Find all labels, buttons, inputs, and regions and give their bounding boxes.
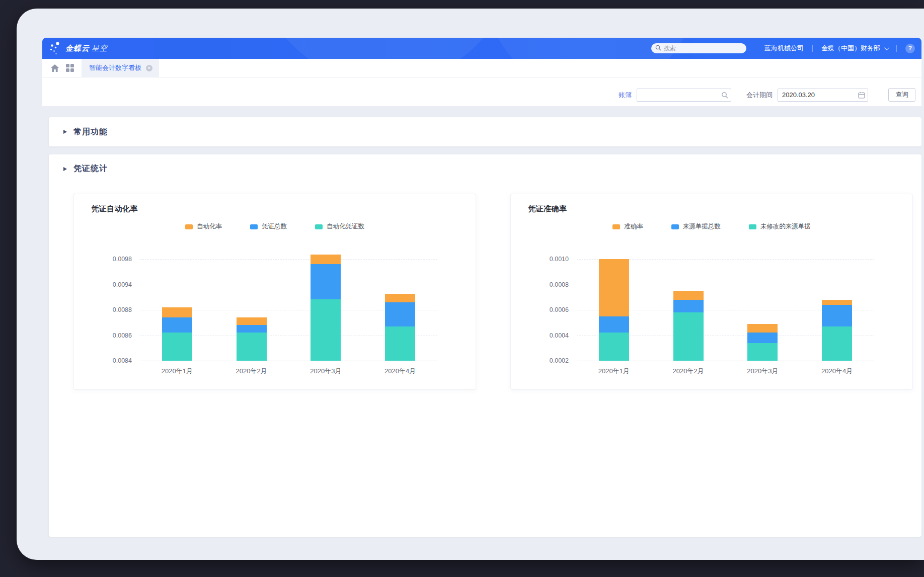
search-icon (655, 45, 661, 52)
divider (812, 45, 813, 52)
chart-title: 凭证准确率 (528, 204, 567, 214)
bar-segment-未修改的来源单据[interactable] (673, 312, 704, 361)
stacked-bar (673, 259, 704, 361)
legend-swatch (749, 224, 756, 229)
book-label: 账簿 (619, 91, 632, 100)
chart-plot: 0.00020.00040.00060.00080.00102020年1月202… (577, 259, 874, 361)
logo-text-bold: 金蝶云 (65, 44, 90, 52)
bar-segment-自动化凭证数[interactable] (311, 299, 341, 361)
legend-swatch (612, 224, 620, 229)
stacked-bar (599, 259, 629, 361)
legend-item[interactable]: 未修改的来源单据 (749, 222, 811, 231)
bar-slot: 2020年4月 (363, 259, 437, 361)
legend-item[interactable]: 自动化凭证数 (315, 222, 364, 231)
tab-bar: 智能会计数字看板 × (42, 59, 921, 77)
caret-right-icon (63, 130, 67, 134)
bar-segment-来源单据总数[interactable] (673, 300, 704, 312)
bar-segment-自动化凭证数[interactable] (162, 333, 192, 361)
help-icon[interactable]: ? (905, 44, 915, 53)
bar-segment-自动化率[interactable] (237, 317, 267, 325)
home-icon[interactable] (47, 60, 62, 75)
legend-item[interactable]: 准确率 (612, 222, 643, 231)
calendar-icon[interactable] (858, 92, 865, 99)
book-input[interactable] (637, 89, 731, 102)
legend-item[interactable]: 来源单据总数 (671, 222, 721, 231)
app-content: 金蝶云星空 搜索 蓝海机械公司 金蝶（中国）财务部 ? (42, 38, 921, 537)
legend-label: 凭证总数 (262, 222, 287, 231)
filter-toolbar: 账簿 会计期间 查询 (42, 77, 921, 106)
legend-label: 自动化率 (197, 222, 222, 231)
legend-swatch (185, 224, 193, 229)
bar-slot: 2020年3月 (726, 259, 800, 361)
bar-segment-准确率[interactable] (747, 324, 778, 333)
section-common-header[interactable]: 常用功能 (49, 127, 108, 137)
bar-segment-自动化率[interactable] (311, 255, 341, 264)
bar-segment-自动化率[interactable] (162, 307, 192, 317)
y-tick-label: 0.0004 (550, 332, 569, 339)
bar-slot: 2020年3月 (289, 259, 363, 361)
bar-segment-准确率[interactable] (599, 259, 629, 316)
bar-segment-凭证总数[interactable] (311, 264, 341, 299)
kingdee-logo: 金蝶云星空 (49, 41, 108, 55)
bar-segment-准确率[interactable] (673, 291, 704, 300)
book-input-wrap (637, 89, 731, 102)
bar-segment-来源单据总数[interactable] (599, 316, 629, 333)
user-org-label: 金蝶（中国）财务部 (821, 44, 880, 53)
period-input[interactable] (778, 89, 868, 102)
tab-smart-accounting-dashboard[interactable]: 智能会计数字看板 × (82, 59, 159, 77)
legend-label: 来源单据总数 (683, 222, 721, 231)
x-category-label: 2020年4月 (800, 367, 874, 376)
bar-segment-准确率[interactable] (822, 300, 852, 305)
header-decor-circle (254, 38, 515, 59)
legend-label: 准确率 (624, 222, 643, 231)
bar-segment-来源单据总数[interactable] (747, 333, 778, 343)
user-org-dropdown[interactable]: 金蝶（中国）财务部 (821, 44, 888, 53)
legend-label: 未修改的来源单据 (760, 222, 811, 231)
legend-swatch (315, 224, 323, 229)
bar-slot: 2020年4月 (800, 259, 874, 361)
chevron-down-icon (884, 45, 889, 50)
stacked-bar (237, 259, 267, 361)
period-label: 会计期间 (746, 91, 773, 100)
x-category-label: 2020年3月 (726, 367, 800, 376)
close-icon[interactable]: × (146, 65, 152, 71)
search-icon[interactable] (721, 92, 728, 99)
chart-card-automation-rate: 凭证自动化率 自动化率凭证总数自动化凭证数 0.00840.00860.0088… (73, 194, 476, 390)
stacked-bar (747, 259, 778, 361)
grid-glyph (66, 64, 74, 72)
stacked-bar (385, 259, 415, 361)
x-category-label: 2020年2月 (651, 367, 726, 376)
y-tick-label: 0.0008 (550, 281, 569, 288)
bar-segment-自动化凭证数[interactable] (385, 326, 415, 361)
app-grid-icon[interactable] (62, 60, 78, 75)
legend-item[interactable]: 自动化率 (185, 222, 222, 231)
logo-dots-icon (49, 41, 61, 55)
bar-segment-未修改的来源单据[interactable] (822, 326, 852, 361)
divider (896, 45, 897, 52)
top-nav-bar: 金蝶云星空 搜索 蓝海机械公司 金蝶（中国）财务部 ? (42, 38, 921, 59)
global-search-input[interactable]: 搜索 (651, 43, 746, 53)
bar-segment-凭证总数[interactable] (237, 325, 267, 333)
bar-segment-凭证总数[interactable] (385, 302, 415, 326)
legend-item[interactable]: 凭证总数 (250, 222, 287, 231)
chart-legend: 准确率来源单据总数未修改的来源单据 (511, 222, 912, 231)
query-button[interactable]: 查询 (888, 88, 915, 102)
bar-segment-来源单据总数[interactable] (822, 305, 852, 326)
section-stats-header[interactable]: 凭证统计 (49, 154, 921, 174)
bar-segment-自动化凭证数[interactable] (237, 333, 267, 361)
bar-segment-未修改的来源单据[interactable] (599, 333, 629, 361)
bar-segment-凭证总数[interactable] (162, 317, 192, 333)
bar-slot: 2020年2月 (651, 259, 726, 361)
tab-label: 智能会计数字看板 (89, 63, 141, 72)
period-input-wrap (778, 89, 868, 102)
bar-segment-自动化率[interactable] (385, 294, 415, 302)
y-tick-label: 0.0002 (550, 357, 569, 364)
chart-legend: 自动化率凭证总数自动化凭证数 (74, 222, 476, 231)
y-tick-label: 0.0098 (113, 256, 132, 263)
search-placeholder: 搜索 (664, 44, 676, 53)
stacked-bar (162, 259, 192, 361)
stacked-bar (822, 259, 852, 361)
bar-segment-未修改的来源单据[interactable] (747, 343, 778, 361)
legend-swatch (250, 224, 258, 229)
section-title: 凭证统计 (73, 163, 108, 174)
